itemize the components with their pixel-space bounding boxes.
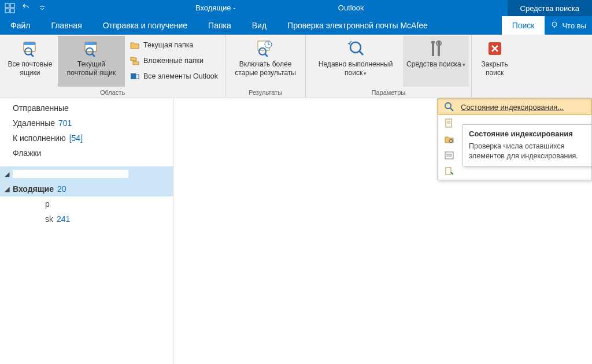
options-icon [443,166,455,177]
group-scope: Все почтовые ящики Текущий почтовый ящик… [0,35,225,98]
document-icon [443,117,455,129]
clock-search-icon [256,38,275,59]
folder-icon [130,40,140,50]
recent-searches-button[interactable]: Недавно выполненный поиск▾ [308,36,403,87]
svg-line-14 [92,54,95,57]
svg-rect-3 [10,9,14,13]
tab-mcafee[interactable]: Проверка электронной почты McAfee [277,16,438,35]
svg-point-5 [552,22,557,27]
nav-flags[interactable]: Флажки [0,146,173,161]
svg-rect-16 [136,75,139,79]
group-results: Включать более старые результаты Результ… [225,35,306,98]
nav-sent[interactable]: Отправленные [0,101,173,116]
folder-search-icon [443,133,455,145]
svg-line-10 [31,54,34,57]
tab-view[interactable]: Вид [242,16,277,35]
svg-line-20 [265,54,268,57]
tab-home[interactable]: Главная [40,16,92,35]
group-close: Закрыть поиск [472,35,518,98]
search-status-icon [443,101,455,113]
svg-line-29 [450,108,453,111]
group-label-options: Параметры [308,88,469,98]
tab-file[interactable]: Файл [0,16,40,35]
current-mailbox-button[interactable]: Текущий почтовый ящик [58,36,125,87]
svg-rect-15 [131,73,136,79]
svg-rect-25 [431,41,435,43]
nav-followup[interactable]: К исполнению[54] [0,131,173,146]
folder-nav: Отправленные Удаленные701 К исполнению[5… [0,98,173,364]
scope-small-buttons: Текущая папка Вложенные папки Все элемен… [125,36,223,86]
group-label-scope: Область [2,88,223,98]
chevron-down-icon: ◢ [5,170,12,178]
svg-rect-37 [446,168,451,174]
svg-rect-34 [445,152,453,159]
outlook-icon [130,71,140,81]
tab-folder[interactable]: Папка [198,16,242,35]
close-search-button[interactable]: Закрыть поиск [474,36,516,87]
recent-search-icon [346,38,365,59]
quick-access-toolbar [0,1,52,15]
nav-sub-sk[interactable]: sk241 [0,211,173,226]
tab-search[interactable]: Поиск [502,16,545,35]
chevron-down-icon: ◢ [5,185,12,193]
tools-icon [426,38,446,59]
nav-deleted[interactable]: Удаленные701 [0,116,173,131]
tell-me[interactable]: Что вы [545,21,592,31]
search-tools-button[interactable]: Средства поиска▾ [403,36,469,87]
ribbon-tabs: Файл Главная Отправка и получение Папка … [0,16,592,35]
tooltip-title: Состояние индексирования [469,129,586,138]
advanced-find-icon [443,150,455,161]
close-icon [485,38,505,59]
svg-rect-1 [10,3,14,8]
svg-line-22 [359,51,363,55]
all-mailboxes-button[interactable]: Все почтовые ящики [2,36,58,87]
mailbox-search-icon [20,38,40,59]
svg-point-28 [445,103,451,109]
app-icon[interactable] [2,1,17,15]
lightbulb-icon [550,21,558,31]
tab-send-receive[interactable]: Отправка и получение [92,16,198,35]
window-title: Входящие - Outlook [52,3,508,13]
nav-inbox[interactable]: ◢Входящие20 [0,181,173,196]
svg-rect-2 [5,9,9,13]
tooltip-indexing-status: Состояние индексирования Проверка числа … [462,124,592,166]
svg-rect-24 [438,41,440,56]
svg-rect-12 [85,42,97,45]
group-label-results: Результаты [228,88,303,98]
title-bar: Входящие - Outlook Средства поиска [0,0,592,16]
contextual-tab-search-tools[interactable]: Средства поиска [508,0,592,16]
svg-rect-0 [5,3,9,8]
current-folder-button[interactable]: Текущая папка [127,38,220,52]
mailbox-search-icon [82,38,101,59]
all-outlook-items-button[interactable]: Все элементы Outlook [127,69,220,83]
subfolders-icon [130,55,140,66]
undo-button[interactable] [18,1,34,15]
menu-indexing-status[interactable]: Состояние индексирования... [438,99,591,115]
qat-customize[interactable] [35,1,50,15]
group-options: Недавно выполненный поиск▾ Средства поис… [306,35,472,98]
nav-account-header[interactable]: ◢ [0,166,173,181]
nav-sub-p[interactable]: p [0,196,173,211]
ribbon: Все почтовые ящики Текущий почтовый ящик… [0,35,592,98]
subfolders-button[interactable]: Вложенные папки [127,54,220,68]
svg-rect-8 [24,42,35,45]
include-older-button[interactable]: Включать более старые результаты [228,36,303,87]
tooltip-body: Проверка числа оставшихся элементов для … [469,142,586,161]
